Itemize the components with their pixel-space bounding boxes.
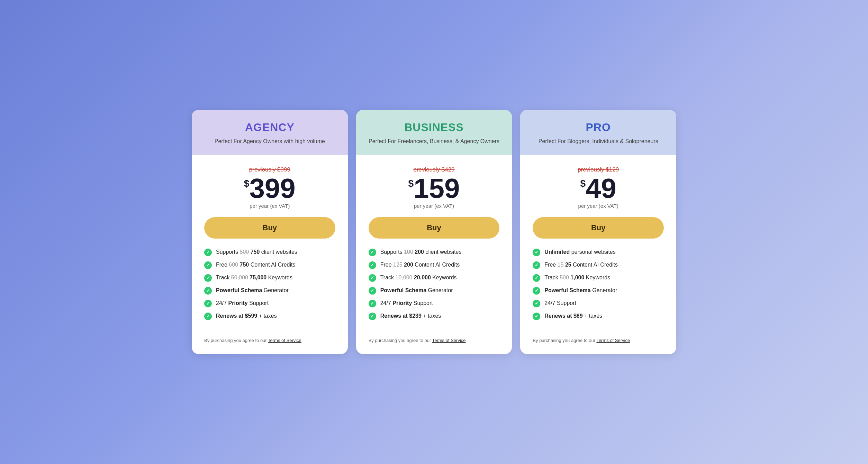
list-item: Free 600 750 Content AI Credits — [204, 261, 335, 269]
pricing-container: AGENCYPerfect For Agency Owners with hig… — [192, 110, 676, 354]
feature-text-business-4: 24/7 Priority Support — [380, 299, 433, 307]
check-icon — [369, 274, 376, 282]
check-icon — [204, 287, 212, 295]
check-icon — [204, 249, 212, 256]
plan-old-price-pro: previously $129 — [533, 166, 664, 173]
check-icon — [204, 300, 212, 307]
plan-period-pro: per year (ex VAT) — [533, 203, 664, 209]
check-icon — [369, 313, 376, 320]
plan-body-pro: previously $129$49per year (ex VAT)BuyUn… — [520, 158, 676, 343]
list-item: 24/7 Support — [533, 299, 664, 307]
plan-body-agency: previously $999$399per year (ex VAT)BuyS… — [192, 158, 348, 343]
plan-period-agency: per year (ex VAT) — [204, 203, 335, 209]
list-item: Renews at $239 + taxes — [369, 312, 500, 320]
plan-dollar-pro: $ — [580, 178, 586, 189]
plan-amount-agency: 399 — [249, 175, 295, 202]
plan-period-business: per year (ex VAT) — [369, 203, 500, 209]
check-icon — [369, 249, 376, 256]
check-icon — [533, 249, 540, 256]
plan-amount-pro: 49 — [586, 175, 616, 202]
plan-card-pro: PROPerfect For Bloggers, Individuals & S… — [520, 110, 676, 354]
list-item: Supports 100 200 client websites — [369, 248, 500, 256]
feature-text-pro-0: Unlimited personal websites — [544, 248, 615, 256]
plan-price-row-pro: $49 — [533, 175, 664, 202]
terms-link-agency[interactable]: Terms of Service — [268, 338, 301, 343]
check-icon — [369, 287, 376, 295]
plan-description-agency: Perfect For Agency Owners with high volu… — [204, 137, 335, 146]
check-icon — [369, 261, 376, 269]
list-item: Free 15 25 Content AI Credits — [533, 261, 664, 269]
features-list-agency: Supports 500 750 client websitesFree 600… — [204, 248, 335, 325]
features-list-pro: Unlimited personal websitesFree 15 25 Co… — [533, 248, 664, 325]
check-icon — [204, 313, 212, 320]
terms-text-pro: By purchasing you agree to our Terms of … — [533, 332, 664, 343]
feature-text-agency-4: 24/7 Priority Support — [216, 299, 269, 307]
plan-header-business: BUSINESSPerfect For Freelancers, Busines… — [356, 110, 512, 155]
feature-text-pro-5: Renews at $69 + taxes — [544, 312, 602, 320]
feature-text-pro-3: Powerful Schema Generator — [544, 287, 617, 294]
plan-body-business: previously $429$159per year (ex VAT)BuyS… — [356, 158, 512, 343]
features-list-business: Supports 100 200 client websitesFree 125… — [369, 248, 500, 325]
feature-text-business-5: Renews at $239 + taxes — [380, 312, 441, 320]
plan-amount-business: 159 — [414, 175, 460, 202]
check-icon — [533, 287, 540, 295]
feature-text-agency-2: Track 50,000 75,000 Keywords — [216, 274, 292, 281]
list-item: Track 500 1,000 Keywords — [533, 274, 664, 282]
check-icon — [533, 274, 540, 282]
list-item: Renews at $599 + taxes — [204, 312, 335, 320]
list-item: Free 125 200 Content AI Credits — [369, 261, 500, 269]
list-item: 24/7 Priority Support — [204, 299, 335, 307]
feature-text-business-1: Free 125 200 Content AI Credits — [380, 261, 460, 269]
check-icon — [533, 261, 540, 269]
plan-price-row-business: $159 — [369, 175, 500, 202]
check-icon — [204, 274, 212, 282]
plan-name-agency: AGENCY — [204, 121, 335, 134]
plan-name-pro: PRO — [533, 121, 664, 134]
list-item: 24/7 Priority Support — [369, 299, 500, 307]
feature-text-agency-3: Powerful Schema Generator — [216, 287, 289, 294]
plan-header-pro: PROPerfect For Bloggers, Individuals & S… — [520, 110, 676, 155]
list-item: Track 50,000 75,000 Keywords — [204, 274, 335, 282]
buy-button-pro[interactable]: Buy — [533, 217, 664, 239]
check-icon — [533, 313, 540, 320]
feature-text-pro-1: Free 15 25 Content AI Credits — [544, 261, 618, 269]
feature-text-pro-4: 24/7 Support — [544, 299, 576, 307]
list-item: Powerful Schema Generator — [533, 287, 664, 295]
plan-header-agency: AGENCYPerfect For Agency Owners with hig… — [192, 110, 348, 155]
list-item: Renews at $69 + taxes — [533, 312, 664, 320]
feature-text-pro-2: Track 500 1,000 Keywords — [544, 274, 610, 281]
feature-text-business-2: Track 10,000 20,000 Keywords — [380, 274, 457, 281]
buy-button-agency[interactable]: Buy — [204, 217, 335, 239]
feature-text-business-0: Supports 100 200 client websites — [380, 248, 462, 256]
feature-text-agency-5: Renews at $599 + taxes — [216, 312, 277, 320]
plan-old-price-agency: previously $999 — [204, 166, 335, 173]
check-icon — [369, 300, 376, 307]
plan-price-row-agency: $399 — [204, 175, 335, 202]
plan-description-business: Perfect For Freelancers, Business, & Age… — [369, 137, 500, 146]
terms-text-business: By purchasing you agree to our Terms of … — [369, 332, 500, 343]
list-item: Supports 500 750 client websites — [204, 248, 335, 256]
plan-card-agency: AGENCYPerfect For Agency Owners with hig… — [192, 110, 348, 354]
terms-link-pro[interactable]: Terms of Service — [596, 338, 630, 343]
terms-link-business[interactable]: Terms of Service — [432, 338, 466, 343]
list-item: Powerful Schema Generator — [369, 287, 500, 295]
feature-text-business-3: Powerful Schema Generator — [380, 287, 453, 294]
plan-name-business: BUSINESS — [369, 121, 500, 134]
plan-old-price-business: previously $429 — [369, 166, 500, 173]
list-item: Track 10,000 20,000 Keywords — [369, 274, 500, 282]
buy-button-business[interactable]: Buy — [369, 217, 500, 239]
feature-text-agency-0: Supports 500 750 client websites — [216, 248, 297, 256]
plan-dollar-business: $ — [408, 178, 414, 189]
plan-dollar-agency: $ — [244, 178, 250, 189]
check-icon — [533, 300, 540, 307]
plan-card-business: BUSINESSPerfect For Freelancers, Busines… — [356, 110, 512, 354]
plan-description-pro: Perfect For Bloggers, Individuals & Solo… — [533, 137, 664, 146]
terms-text-agency: By purchasing you agree to our Terms of … — [204, 332, 335, 343]
list-item: Unlimited personal websites — [533, 248, 664, 256]
feature-text-agency-1: Free 600 750 Content AI Credits — [216, 261, 296, 269]
check-icon — [204, 261, 212, 269]
list-item: Powerful Schema Generator — [204, 287, 335, 295]
